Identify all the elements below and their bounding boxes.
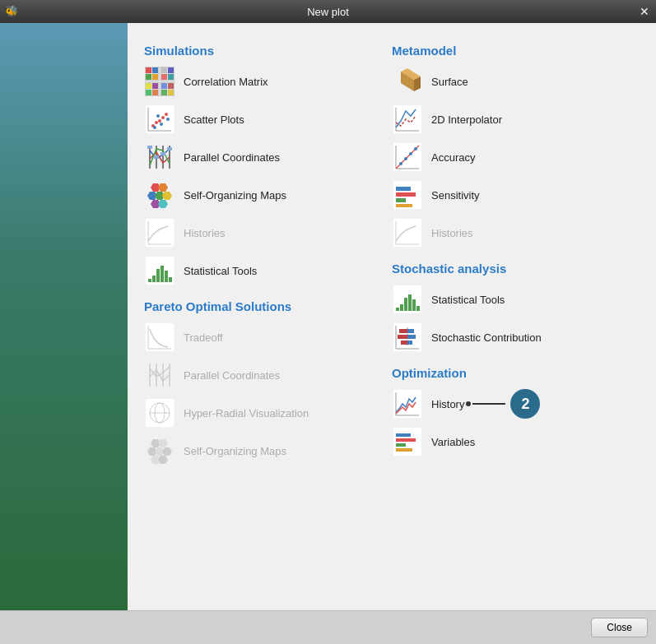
svg-rect-97 (393, 218, 422, 248)
sensitivity-label: Sensitivity (431, 189, 480, 202)
svg-point-30 (156, 114, 160, 118)
svg-rect-15 (152, 90, 158, 95)
scatter-plots-label: Scatter Plots (184, 114, 244, 126)
optimization-section-title: Optimization (392, 366, 631, 380)
svg-marker-69 (158, 439, 168, 447)
histories-meta-item[interactable]: Histories (392, 217, 631, 248)
parallel-coordinates-sim-label: Parallel Coordinates (184, 151, 280, 164)
histories-meta-icon (392, 217, 423, 248)
svg-rect-17 (168, 83, 174, 89)
svg-rect-115 (401, 341, 407, 345)
self-organizing-maps-sim-icon (144, 179, 175, 211)
svg-point-24 (155, 121, 158, 124)
statistical-tools-sim-item[interactable]: Statistical Tools (144, 255, 384, 286)
svg-point-25 (158, 119, 161, 123)
svg-marker-72 (162, 447, 172, 456)
histories-sim-icon (144, 217, 175, 248)
svg-rect-13 (152, 83, 158, 89)
interpolator-item[interactable]: 2D Interpolator (392, 104, 631, 135)
app-icon: 🐝 (5, 5, 18, 18)
variables-opt-icon (392, 426, 423, 457)
svg-rect-52 (152, 276, 156, 282)
svg-rect-8 (161, 67, 167, 73)
parallel-coordinates-sim-item[interactable]: Parallel Coordinates (144, 141, 384, 173)
svg-rect-4 (146, 67, 151, 73)
window-close-icon[interactable]: ✕ (638, 5, 651, 18)
self-organizing-maps-pareto-item[interactable]: Self-Organizing Maps (144, 435, 384, 466)
statistical-tools-stoch-label: Statistical Tools (431, 294, 505, 306)
svg-rect-116 (407, 341, 412, 345)
tradeoff-item[interactable]: Tradeoff (144, 322, 384, 353)
window-title: New plot (307, 6, 349, 18)
svg-rect-18 (161, 90, 167, 95)
accuracy-item[interactable]: Accuracy (392, 141, 631, 173)
svg-rect-57 (145, 322, 174, 352)
svg-rect-38 (161, 152, 165, 155)
interpolator-label: 2D Interpolator (431, 114, 502, 126)
surface-label: Surface (431, 76, 468, 88)
interpolator-icon (392, 104, 423, 135)
badge-connector: 2 (464, 389, 540, 419)
svg-rect-95 (396, 198, 406, 202)
history-opt-icon (392, 388, 423, 419)
stochastic-contribution-label: Stochastic Contribution (431, 331, 542, 344)
svg-rect-103 (404, 298, 407, 311)
statistical-tools-stoch-icon (392, 284, 423, 315)
sensitivity-item[interactable]: Sensitivity (392, 179, 631, 211)
svg-rect-39 (167, 147, 172, 151)
history-opt-item[interactable]: History 2 (392, 388, 631, 419)
bottom-bar: Close (0, 610, 656, 644)
histories-sim-item[interactable]: Histories (144, 217, 384, 248)
svg-point-90 (409, 152, 412, 155)
svg-rect-9 (168, 67, 174, 73)
accuracy-label: Accuracy (431, 151, 475, 164)
left-column: Simulations (144, 39, 392, 473)
svg-rect-105 (412, 299, 416, 311)
svg-rect-81 (393, 104, 422, 134)
self-organizing-maps-sim-item[interactable]: Self-Organizing Maps (144, 179, 384, 211)
stochastic-contribution-item[interactable]: Stochastic Contribution (392, 322, 631, 353)
svg-rect-101 (396, 308, 399, 311)
svg-rect-12 (146, 83, 151, 89)
variables-opt-item[interactable]: Variables (392, 426, 631, 457)
svg-rect-93 (396, 187, 411, 191)
hyper-radial-icon (144, 397, 175, 429)
stochastic-contribution-icon (392, 322, 423, 353)
svg-rect-37 (154, 155, 159, 159)
history-opt-label: History (431, 398, 464, 410)
statistical-tools-stoch-item[interactable]: Statistical Tools (392, 284, 631, 315)
svg-rect-121 (396, 433, 411, 437)
metamodel-section-title: Metamodel (392, 44, 631, 58)
right-column: Metamodel Surface (392, 39, 640, 473)
scatter-plots-item[interactable]: Scatter Plots (144, 104, 384, 135)
sensitivity-icon (392, 179, 423, 211)
svg-rect-14 (146, 90, 151, 95)
surface-item[interactable]: Surface (392, 66, 631, 97)
sidebar (0, 23, 128, 610)
svg-point-27 (165, 113, 168, 116)
svg-point-26 (161, 116, 165, 119)
svg-point-29 (160, 123, 163, 126)
svg-rect-94 (396, 192, 416, 197)
self-organizing-maps-sim-label: Self-Organizing Maps (184, 189, 286, 202)
parallel-coordinates-pareto-item[interactable]: Parallel Coordinates (144, 359, 384, 391)
svg-marker-46 (158, 200, 168, 208)
svg-point-31 (166, 118, 170, 121)
accuracy-icon (392, 141, 423, 173)
title-bar: 🐝 New plot ✕ (0, 0, 656, 23)
svg-rect-53 (156, 269, 160, 282)
hyper-radial-item[interactable]: Hyper-Radial Visualization (144, 397, 384, 429)
svg-marker-41 (158, 183, 168, 192)
svg-rect-123 (396, 443, 406, 447)
svg-rect-19 (168, 90, 174, 95)
correlation-matrix-item[interactable]: Correlation Matrix (144, 66, 384, 97)
svg-rect-111 (399, 329, 407, 333)
svg-rect-113 (398, 335, 407, 339)
svg-rect-54 (161, 266, 164, 282)
step-badge: 2 (510, 389, 540, 419)
svg-rect-10 (161, 74, 167, 80)
surface-icon (392, 66, 423, 97)
close-button[interactable]: Close (591, 618, 648, 637)
svg-rect-122 (396, 438, 416, 442)
svg-point-89 (404, 157, 407, 160)
